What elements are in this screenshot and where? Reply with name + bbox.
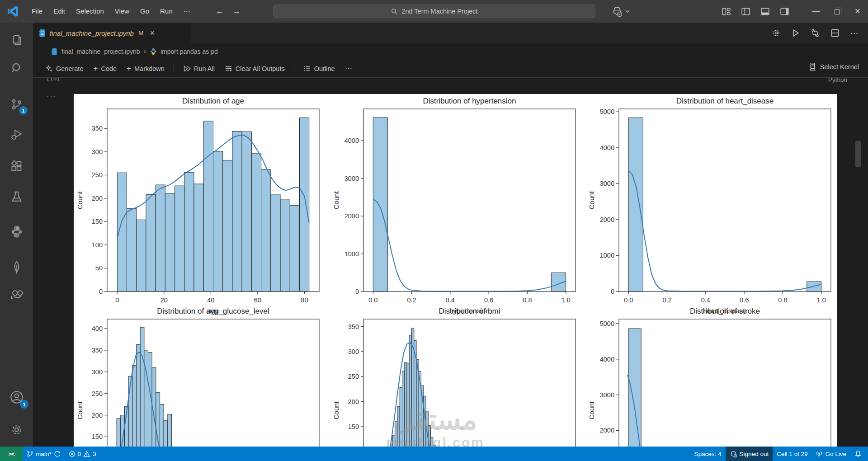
svg-text:1000: 1000 — [344, 250, 359, 258]
mongodb-icon[interactable] — [0, 256, 33, 279]
svg-text:0: 0 — [611, 288, 614, 295]
toggle-sidebar-icon[interactable] — [741, 7, 750, 16]
bell-icon — [854, 450, 862, 458]
sparkle-icon — [46, 65, 53, 72]
forward-arrow-icon[interactable]: → — [232, 6, 241, 16]
svg-text:2000: 2000 — [344, 212, 359, 220]
generate-button[interactable]: Generate — [42, 63, 87, 74]
svg-text:150: 150 — [92, 218, 103, 225]
sync-icon — [54, 451, 61, 457]
svg-text:350: 350 — [92, 125, 103, 132]
toolbar-more-button[interactable]: ⋯ — [341, 62, 356, 75]
source-control-icon[interactable]: 1 — [0, 93, 33, 116]
vscode-logo-icon — [7, 5, 19, 17]
vertical-scrollbar-thumb[interactable] — [855, 141, 861, 167]
copilot-signedout-icon — [730, 450, 737, 458]
frog-extension-icon[interactable] — [0, 283, 33, 306]
clear-all-outputs-button[interactable]: Clear All Outputs — [221, 63, 288, 74]
go-live-item[interactable]: Go Live — [811, 447, 850, 461]
svg-text:Count: Count — [588, 401, 595, 419]
cell-output-figure: 2000300040005000Distribution of strokeCo… — [74, 94, 837, 447]
minimize-button[interactable]: — — [806, 0, 826, 23]
search-sidebar-icon[interactable] — [0, 57, 33, 80]
tab-final-machine-project[interactable]: final_machine_project.ipynb M × — [33, 23, 191, 43]
menu-selection[interactable]: Selection — [71, 5, 108, 17]
close-button[interactable]: × — [847, 0, 868, 23]
menu-more-icon[interactable]: ⋯ — [179, 5, 195, 17]
account-badge: 1 — [20, 400, 28, 409]
select-kernel-button[interactable]: Select Kernel — [809, 62, 859, 71]
svg-text:Count: Count — [332, 401, 340, 419]
copilot-menu[interactable] — [611, 0, 630, 23]
explorer-icon[interactable] — [0, 29, 33, 52]
svg-text:3000: 3000 — [344, 175, 359, 182]
status-bar: >< main* 0 3 Spaces: 4 Signed out Cell 1… — [0, 447, 868, 461]
chevron-down-icon — [625, 9, 630, 13]
extensions-icon[interactable] — [0, 155, 33, 178]
svg-text:4000: 4000 — [600, 144, 614, 151]
add-code-button[interactable]: + Code — [90, 62, 120, 75]
svg-text:0.0: 0.0 — [624, 296, 633, 304]
breadcrumb-python-icon — [150, 48, 157, 55]
editor-more-actions-icon[interactable]: ⋯ — [850, 28, 858, 38]
indentation-item[interactable]: Spaces: 4 — [690, 447, 726, 461]
errors-count: 0 — [78, 451, 81, 457]
toggle-panel-icon[interactable] — [760, 7, 770, 16]
cell-position-item[interactable]: Cell 1 of 29 — [773, 447, 811, 461]
window-controls: — × — [806, 0, 868, 23]
cell-more-actions-icon[interactable]: ··· — [47, 92, 57, 101]
menu-go[interactable]: Go — [136, 5, 154, 17]
add-markdown-button[interactable]: + Markdown — [123, 62, 168, 75]
warnings-count: 3 — [93, 451, 96, 457]
git-branch-icon — [27, 450, 33, 457]
outline-button[interactable]: Outline — [300, 63, 339, 74]
copilot-status-item[interactable]: Signed out — [726, 447, 773, 461]
account-icon[interactable]: 1 — [0, 386, 33, 409]
problems-item[interactable]: 0 3 — [65, 447, 100, 461]
run-debug-icon[interactable] — [0, 123, 33, 146]
git-branch-item[interactable]: main* — [23, 447, 65, 461]
notebook-settings-gear-icon[interactable] — [772, 28, 781, 38]
svg-text:0.6: 0.6 — [740, 296, 749, 304]
svg-text:4000: 4000 — [600, 356, 614, 363]
menu-run[interactable]: Run — [156, 5, 177, 17]
clear-outputs-icon — [225, 65, 232, 72]
customize-layout-icon[interactable] — [722, 7, 731, 16]
settings-gear-icon[interactable] — [0, 419, 33, 441]
chart-distribution-of-bmi: 100150200250300350Distribution of bmiCou… — [330, 304, 586, 447]
errors-icon — [69, 451, 75, 457]
breadcrumb: final_machine_project.ipynb › import pan… — [33, 43, 868, 60]
python-extension-icon[interactable] — [0, 221, 33, 243]
svg-text:3000: 3000 — [600, 180, 614, 187]
run-all-button[interactable]: Run All — [179, 63, 218, 74]
plus-icon: + — [93, 64, 98, 73]
toggle-secondary-sidebar-icon[interactable] — [780, 7, 789, 16]
breadcrumb-file[interactable]: final_machine_project.ipynb — [61, 48, 140, 55]
svg-text:age: age — [208, 307, 219, 315]
compare-changes-icon[interactable] — [811, 28, 820, 38]
chart-distribution-of-avg-glucose-level: 100150200250300350400Distribution of avg… — [74, 304, 330, 447]
restore-button[interactable] — [826, 0, 847, 23]
outline-label: Outline — [314, 65, 335, 72]
svg-text:150: 150 — [92, 433, 103, 440]
testing-beaker-icon[interactable] — [0, 186, 33, 208]
svg-text:350: 350 — [92, 347, 103, 354]
split-editor-icon[interactable] — [830, 28, 840, 38]
menu-edit[interactable]: Edit — [49, 5, 70, 17]
notebook-content: [10] Python ··· 2000300040005000Distribu… — [33, 78, 868, 447]
run-icon[interactable] — [792, 29, 800, 37]
svg-text:hypertension: hypertension — [449, 307, 490, 315]
branch-name: main* — [36, 451, 52, 457]
breadcrumb-cell[interactable]: import pandas as pd — [160, 48, 218, 55]
svg-text:3000: 3000 — [600, 391, 614, 399]
remote-indicator[interactable]: >< — [0, 447, 23, 461]
search-text: 2nd Term Machine Project — [401, 8, 477, 15]
tab-close-icon[interactable]: × — [150, 29, 155, 37]
back-arrow-icon[interactable]: ← — [216, 6, 224, 16]
add-markdown-label: Markdown — [134, 65, 165, 72]
command-center-search[interactable]: 2nd Term Machine Project — [274, 5, 595, 18]
menu-file[interactable]: File — [27, 5, 47, 17]
notifications-item[interactable] — [850, 447, 868, 461]
menu-view[interactable]: View — [110, 5, 134, 17]
svg-text:0.6: 0.6 — [484, 296, 493, 304]
